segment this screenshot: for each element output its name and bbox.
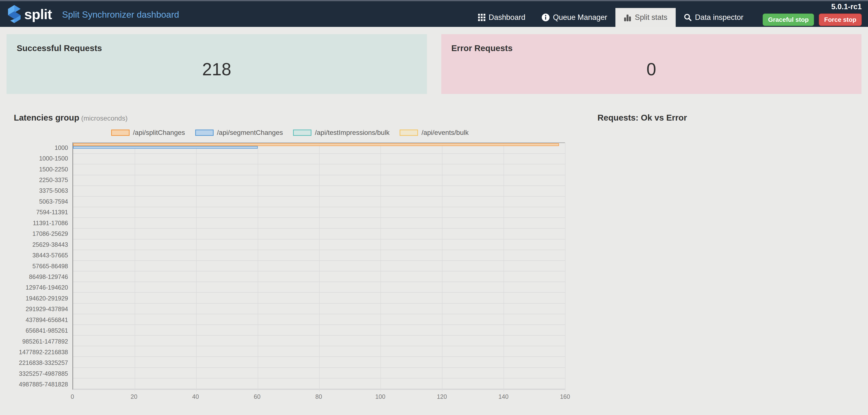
bar-slot (73, 298, 565, 301)
main-content: Successful Requests 218 Error Requests 0… (0, 34, 868, 402)
bar-slot (73, 282, 565, 285)
y-axis-label: 7594-11391 (6, 207, 72, 218)
bar-slot (73, 384, 565, 386)
bar-slot (73, 180, 565, 183)
chart-row (73, 368, 565, 378)
bar-slot (73, 167, 565, 170)
legend-item[interactable]: /api/segmentChanges (195, 129, 283, 136)
bar-slot (73, 287, 565, 290)
summary-cards: Successful Requests 218 Error Requests 0 (6, 34, 862, 94)
bar-slot (73, 373, 565, 376)
card-title: Successful Requests (17, 43, 417, 53)
y-axis-label: 1477892-2216838 (6, 347, 72, 357)
bar-slot (73, 202, 565, 204)
y-axis-label: 11391-17086 (6, 218, 72, 228)
bar-slot (73, 375, 565, 378)
chart-row (73, 164, 565, 175)
y-axis-label: 5063-7594 (6, 196, 72, 207)
graceful-stop-button[interactable]: Graceful stop (763, 13, 814, 26)
y-axis-label: 4987885-7481828 (6, 379, 72, 390)
latencies-title: Latencies group(microseconds) (14, 113, 573, 123)
chart-row (73, 304, 565, 314)
requests-chart-title: Requests: Ok vs Error (597, 113, 862, 123)
bar-slot (73, 172, 565, 175)
chart-row (73, 250, 565, 261)
x-axis-label: 40 (192, 393, 199, 400)
bar-slot (73, 266, 565, 268)
brand: split Split Synchronizer dashboard (7, 1, 179, 27)
y-axis-label: 291929-437894 (6, 304, 72, 315)
x-axis-label: 80 (315, 393, 322, 400)
chart-row (73, 240, 565, 250)
nav-item-label: Data inspector (695, 13, 744, 22)
bar-slot (73, 368, 565, 371)
bar-slot (73, 325, 565, 328)
legend-label: /api/testImpressions/bulk (315, 129, 390, 136)
bar-slot (73, 314, 565, 317)
bar-slot (73, 215, 565, 218)
bar-slot (73, 304, 565, 306)
successful-requests-card: Successful Requests 218 (6, 34, 427, 94)
bar-slot (73, 364, 565, 367)
chart-row (73, 293, 565, 304)
grid-icon (478, 14, 485, 21)
chart-row (73, 314, 565, 325)
legend-swatch-icon (111, 130, 130, 136)
legend-swatch-icon (195, 130, 214, 136)
chart-row (73, 336, 565, 346)
chart-row (73, 143, 565, 154)
bar-slot (73, 199, 565, 202)
bar-slot (73, 231, 565, 234)
bar-slot (73, 263, 565, 266)
y-axis-label: 3375-5063 (6, 186, 72, 196)
bar-slot (73, 293, 565, 295)
bar-slot (73, 221, 565, 223)
bar-slot (73, 268, 565, 271)
navbar: split Split Synchronizer dashboard Dashb… (0, 1, 868, 27)
bar-slot (73, 338, 565, 341)
card-title: Error Requests (452, 43, 851, 53)
bar-slot (73, 240, 565, 242)
force-stop-button[interactable]: Force stop (819, 13, 862, 26)
bar-slot (73, 386, 565, 389)
bar-slot (73, 279, 565, 282)
legend-label: /api/splitChanges (133, 129, 185, 136)
bar-slot (73, 223, 565, 226)
nav-item-split-stats[interactable]: Split stats (615, 8, 676, 27)
legend-label: /api/events/bulk (422, 129, 469, 136)
bar-slot (73, 285, 565, 287)
legend-item[interactable]: /api/testImpressions/bulk (293, 129, 390, 136)
chart-row (73, 229, 565, 239)
chart-row (73, 346, 565, 357)
nav-item-label: Dashboard (489, 13, 526, 22)
bar-slot (73, 322, 565, 324)
legend-item[interactable]: /api/splitChanges (111, 129, 185, 136)
axis-corner-spacer (6, 390, 72, 402)
nav-item-dashboard[interactable]: Dashboard (470, 8, 534, 27)
bar-slot (73, 247, 565, 250)
search-icon (684, 13, 692, 21)
legend-item[interactable]: /api/events/bulk (400, 129, 469, 136)
bar-chart-icon (624, 13, 631, 21)
bar-slot (73, 234, 565, 236)
bar-slot (73, 204, 565, 207)
chart-row (73, 261, 565, 272)
y-axis-label: 2250-3375 (6, 174, 72, 185)
x-axis-label: 120 (437, 393, 447, 400)
chart-row (73, 357, 565, 368)
y-axis-label: 17086-25629 (6, 229, 72, 239)
y-axis-label: 1000 (6, 142, 72, 153)
bar-slot (73, 357, 565, 359)
nav-item-queue-manager[interactable]: Queue Manager (533, 8, 615, 27)
bar-slot (73, 378, 565, 381)
chart-row (73, 207, 565, 218)
latency-legend: /api/splitChanges/api/segmentChanges/api… (6, 129, 573, 136)
bar-slot (73, 300, 565, 303)
bar-slot (73, 272, 565, 274)
requests-section: Requests: Ok vs Error (573, 113, 862, 402)
bar-slot (73, 193, 565, 196)
chart-row (73, 186, 565, 197)
nav-item-data-inspector[interactable]: Data inspector (676, 8, 752, 27)
bar-slot (73, 351, 565, 354)
bar-slot (73, 146, 565, 149)
